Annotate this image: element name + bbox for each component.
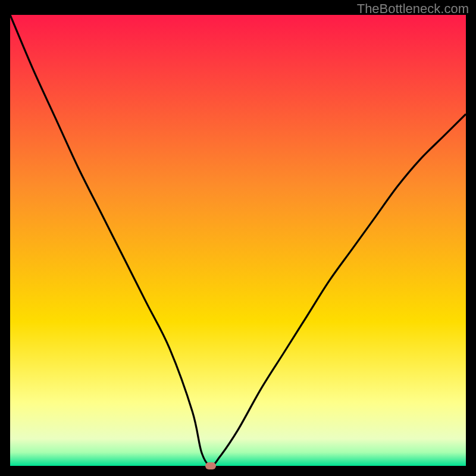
- svg-rect-0: [10, 15, 466, 466]
- watermark-text: TheBottleneck.com: [357, 1, 469, 17]
- chart-frame: [10, 15, 466, 466]
- chart-background-gradient: [10, 15, 466, 466]
- chart-plot-area: [10, 15, 466, 466]
- chart-marker-dot: [205, 462, 216, 469]
